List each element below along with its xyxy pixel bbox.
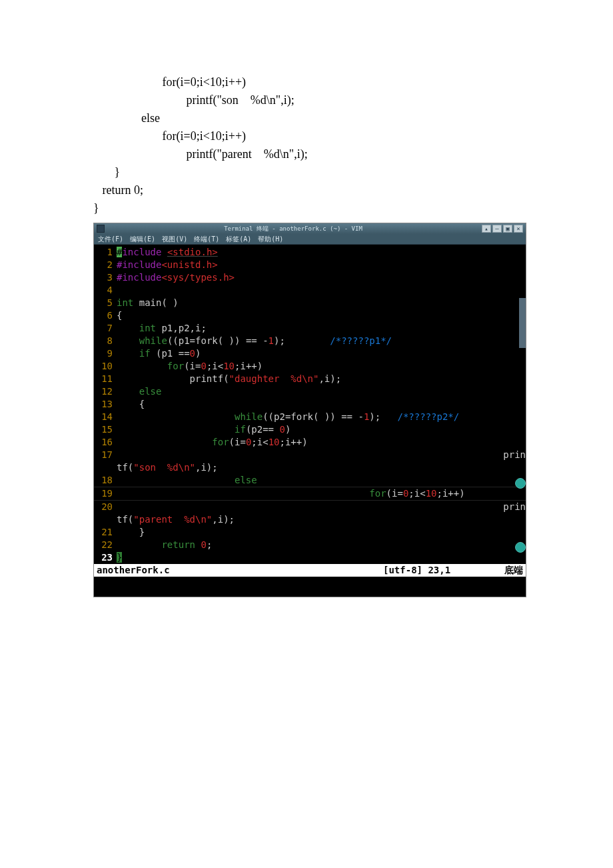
code-line: 18 else: [94, 474, 526, 487]
code-line: 5int main( ): [94, 297, 526, 309]
menu-terminal[interactable]: 终端(T): [194, 235, 219, 244]
line-number: 9: [94, 347, 117, 360]
status-encoding-position: [utf-8] 23,1: [383, 564, 490, 577]
window-title: Terminal 终端 - anotherFork.c (~) - VIM: [105, 225, 482, 233]
code-content: while((p2=fork( )) == -1); /*?????p2*/: [117, 411, 526, 423]
code-line-wrap: tf("son %d\n",i);: [94, 461, 526, 474]
code-line: 15 if(p2== 0): [94, 423, 526, 436]
line-number: 20: [94, 501, 117, 513]
code-line: 21 }: [94, 526, 526, 539]
line-number: 16: [94, 436, 117, 449]
line-number: 5: [94, 297, 117, 309]
code-content: {: [117, 398, 526, 411]
line-number: 8: [94, 335, 117, 347]
code-content: #include <stdio.h>: [117, 246, 526, 259]
code-content: [117, 284, 526, 297]
line-number: 23: [94, 551, 117, 564]
vim-editor-area[interactable]: 1#include <stdio.h>2#include<unistd.h>3#…: [94, 245, 526, 564]
code-line: 6{: [94, 309, 526, 322]
line-number: 19: [94, 487, 117, 500]
window-rollup-button[interactable]: ▴: [482, 225, 491, 233]
status-filename: anotherFork.c: [97, 564, 383, 577]
side-widget-strip: [519, 298, 526, 348]
code-line: 7 int p1,p2,i;: [94, 322, 526, 335]
window-system-menu-icon[interactable]: [97, 225, 105, 233]
line-number: 21: [94, 526, 117, 539]
code-content: else: [117, 385, 526, 398]
line-number: 1: [94, 246, 117, 259]
code-line: 9 if (p1 ==0): [94, 347, 526, 360]
terminal-window: Terminal 终端 - anotherFork.c (~) - VIM ▴ …: [93, 223, 526, 597]
line-number: 4: [94, 284, 117, 297]
code-line: 4: [94, 284, 526, 297]
code-content: prin: [117, 449, 526, 461]
code-content: if (p1 ==0): [117, 347, 526, 360]
line-number: 2: [94, 259, 117, 271]
terminal-padding: [94, 577, 526, 597]
window-close-button[interactable]: ×: [514, 225, 523, 233]
code-content: prin: [117, 501, 526, 513]
code-content: for(i=0;i<10;i++): [117, 436, 526, 449]
side-indicator-icon: [515, 542, 526, 553]
code-content: for(i=0;i<10;i++): [117, 360, 526, 373]
code-line: 17prin: [94, 449, 526, 461]
code-content: int main( ): [117, 297, 526, 309]
code-content: while((p1=fork( )) == -1); /*?????p1*/: [117, 335, 526, 347]
code-line: 11 printf("daughter %d\n",i);: [94, 373, 526, 385]
code-line: 12 else: [94, 385, 526, 398]
code-line: 3#include<sys/types.h>: [94, 271, 526, 284]
line-number: 13: [94, 398, 117, 411]
code-line: 19 for(i=0;i<10;i++): [94, 487, 526, 500]
line-number: 17: [94, 449, 117, 461]
code-line: 23}: [94, 551, 526, 564]
code-line-wrap: tf("parent %d\n",i);: [94, 513, 526, 526]
line-number: 7: [94, 322, 117, 335]
code-content: else: [117, 474, 526, 487]
code-content: }: [117, 526, 526, 539]
code-line: 20prin: [94, 500, 526, 513]
menu-help[interactable]: 帮助(H): [258, 235, 283, 244]
side-indicator-icon: [515, 478, 526, 489]
code-line: 13 {: [94, 398, 526, 411]
code-content: #include<unistd.h>: [117, 259, 526, 271]
window-minimize-button[interactable]: –: [492, 225, 502, 233]
line-number: 15: [94, 423, 117, 436]
vim-statusbar: anotherFork.c [utf-8] 23,1 底端: [94, 564, 526, 577]
window-controls: ▴ – ▣ ×: [482, 225, 523, 233]
code-line: 1#include <stdio.h>: [94, 246, 526, 259]
window-maximize-button[interactable]: ▣: [503, 225, 512, 233]
code-content: #include<sys/types.h>: [117, 271, 526, 284]
code-line: 2#include<unistd.h>: [94, 259, 526, 271]
code-line: 14 while((p2=fork( )) == -1); /*?????p2*…: [94, 411, 526, 423]
code-content: int p1,p2,i;: [117, 322, 526, 335]
menu-view[interactable]: 视图(V): [162, 235, 187, 244]
line-number: 22: [94, 539, 117, 551]
menu-edit[interactable]: 编辑(E): [130, 235, 155, 244]
code-line: 22 return 0;: [94, 539, 526, 551]
code-content: return 0;: [117, 539, 526, 551]
line-number: 18: [94, 474, 117, 487]
line-number: 6: [94, 309, 117, 322]
terminal-menubar: 文件(F) 编辑(E) 视图(V) 终端(T) 标签(A) 帮助(H): [94, 234, 526, 245]
code-content: printf("daughter %d\n",i);: [117, 373, 526, 385]
line-number: 12: [94, 385, 117, 398]
code-content: {: [117, 309, 526, 322]
line-number: 11: [94, 373, 117, 385]
line-number: 14: [94, 411, 117, 423]
code-line: 8 while((p1=fork( )) == -1); /*?????p1*/: [94, 335, 526, 347]
code-line: 16 for(i=0;i<10;i++): [94, 436, 526, 449]
line-number: 3: [94, 271, 117, 284]
code-content: for(i=0;i<10;i++): [117, 487, 526, 500]
status-scroll: 底端: [490, 564, 523, 577]
menu-file[interactable]: 文件(F): [98, 235, 123, 244]
line-number: 10: [94, 360, 117, 373]
window-titlebar: Terminal 终端 - anotherFork.c (~) - VIM ▴ …: [94, 223, 526, 234]
menu-tabs[interactable]: 标签(A): [226, 235, 251, 244]
code-content: }: [117, 551, 526, 564]
code-content: if(p2== 0): [117, 423, 526, 436]
document-code-snippet: for(i=0;i<10;i++) printf("son %d\n",i); …: [0, 0, 613, 223]
code-line: 10 for(i=0;i<10;i++): [94, 360, 526, 373]
